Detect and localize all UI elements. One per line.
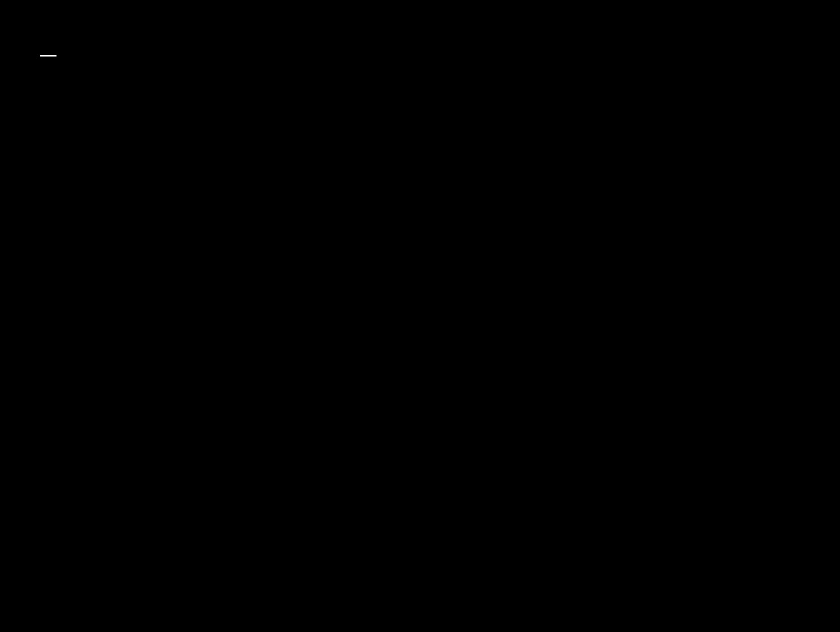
coastline-layer: [0, 0, 840, 632]
colorbar: [40, 55, 56, 57]
albedo-map-screen: [0, 0, 840, 632]
